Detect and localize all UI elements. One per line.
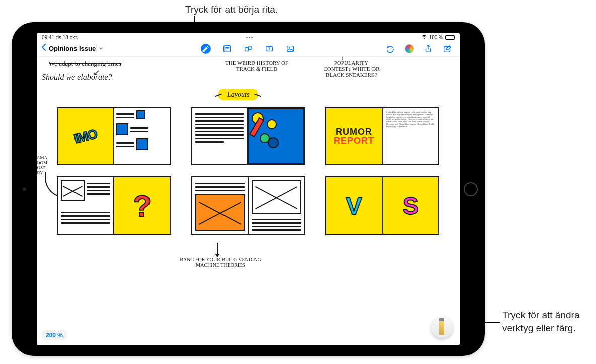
v-text: V [346,192,362,220]
layout-shapes [191,107,306,165]
chevron-down-icon [99,47,103,52]
battery-percent: 100 % [429,35,443,40]
s-text: S [403,192,419,220]
shape-button[interactable] [243,44,253,54]
draw-tool-button[interactable] [201,44,211,54]
freeform-canvas[interactable]: We adapt to changing times ↙ Should we e… [37,57,460,345]
sticky-note-button[interactable] [222,44,232,54]
layout-rumor: RUMORREPORT It should go without saying:… [325,107,439,165]
media-button[interactable] [285,44,295,54]
back-button[interactable] [41,43,47,54]
zoom-level[interactable]: 200 % [42,330,67,340]
handwriting-vending: BANG FOR YOUR BUCK: VENDING MACHINE THEO… [178,257,263,268]
ipad-screen: 09:41 tis 18 okt. 100 % Opinions Issue [37,33,460,345]
layouts-grid: IMO [57,107,439,235]
layout-imo: IMO [57,107,171,165]
undo-button[interactable] [385,44,395,54]
handwriting-crossed: We adapt to changing times [49,60,121,68]
ipad-frame: 09:41 tis 18 okt. 100 % Opinions Issue [12,22,485,356]
callout-top: Tryck för att börja rita. [185,3,278,16]
svg-point-5 [289,47,290,48]
rumor-body-text: It should go without saying: Let's steer… [383,108,438,164]
svg-rect-6 [444,46,450,52]
status-bar: 09:41 tis 18 okt. 100 % [37,33,460,41]
status-time: 09:41 [42,35,54,40]
document-title[interactable]: Opinions Issue [49,45,103,52]
textbox-button[interactable] [264,44,274,54]
handwriting-elaborate: Should we elaborate? [42,73,112,82]
arrow-vertical [217,243,218,255]
palette-button[interactable] [404,44,414,54]
palette-icon [405,44,414,53]
status-date: tis 18 okt. [56,35,78,40]
pen-icon [439,321,444,335]
home-button[interactable] [464,182,478,196]
layouts-bubble: Layouts [218,89,258,100]
ipad-camera [23,188,26,191]
imo-text: IMO [72,126,99,146]
compose-button[interactable] [442,44,453,54]
handwriting-popularity: POPULARITY CONTEST↓ WHITE OR BLACK SNEAK… [321,60,382,78]
share-button[interactable] [423,44,433,54]
wifi-icon [421,35,427,40]
multitask-dots[interactable] [78,37,421,38]
svg-rect-4 [287,46,294,51]
pen-tool-button[interactable] [431,317,453,338]
layout-boxes [191,176,306,235]
handwriting-history: THE WEIRD HISTORY OF TRACK & FIELD [224,60,289,72]
qmark-text: ? [133,189,152,223]
battery-icon [445,35,455,40]
layout-vs: V S [325,176,439,235]
layout-question: ? [57,176,171,235]
nav-bar: Opinions Issue [37,41,460,57]
callout-bottom: Tryck för att ändra verktyg eller färg. [502,309,588,334]
